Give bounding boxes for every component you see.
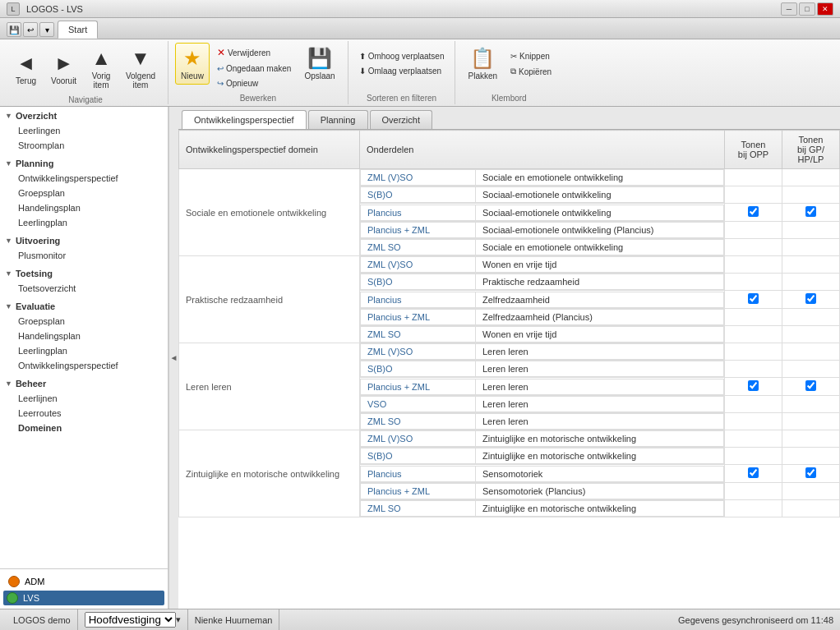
opp-checkbox[interactable] <box>748 293 759 304</box>
checkbox-gp[interactable] <box>782 326 840 343</box>
onderdeel-link[interactable]: ZML (V)SO <box>367 172 413 182</box>
checkbox-opp[interactable] <box>725 309 782 326</box>
sidebar-item-groepsplan[interactable]: Groepsplan <box>0 186 168 200</box>
checkbox-gp[interactable] <box>782 239 840 256</box>
checkbox-opp[interactable] <box>725 378 782 396</box>
sidebar-header-overzicht[interactable]: ▼ Overzicht <box>0 108 168 123</box>
checkbox-gp[interactable] <box>782 309 840 326</box>
sidebar-item-handelingsplan[interactable]: Handelingsplan <box>0 200 168 215</box>
checkbox-opp[interactable] <box>725 465 782 483</box>
checkbox-gp[interactable] <box>782 483 840 500</box>
tab-planning[interactable]: Planning <box>308 110 368 129</box>
checkbox-gp[interactable] <box>782 291 840 309</box>
onderdeel-link[interactable]: S(B)O <box>367 451 393 461</box>
tab-overzicht[interactable]: Overzicht <box>370 110 432 129</box>
close-button[interactable]: ✕ <box>817 2 833 16</box>
sidebar-header-beheer[interactable]: ▼ Beheer <box>0 376 168 391</box>
opp-checkbox[interactable] <box>748 206 759 217</box>
onderdeel-link[interactable]: S(B)O <box>367 364 393 374</box>
onderdeel-link[interactable]: Plancius <box>367 208 402 218</box>
onderdeel-link[interactable]: Plancius + ZML <box>367 312 430 322</box>
checkbox-opp[interactable] <box>725 239 782 256</box>
checkbox-gp[interactable] <box>782 500 840 517</box>
checkbox-gp[interactable] <box>782 396 840 413</box>
move-down-button[interactable]: ⬇ Omlaag verplaatsen <box>355 64 449 78</box>
checkbox-opp[interactable] <box>725 256 782 274</box>
checkbox-gp[interactable] <box>782 274 840 291</box>
checkbox-gp[interactable] <box>782 169 840 186</box>
sidebar-collapse-button[interactable]: ◄ <box>168 107 178 609</box>
copy-button[interactable]: ⧉ Kopiëren <box>506 64 556 79</box>
sidebar-item-eval-opp[interactable]: Ontwikkelingsperspectief <box>0 358 168 373</box>
sidebar-item-stroomplan[interactable]: Stroomplan <box>0 138 168 153</box>
onderdeel-link[interactable]: ZML (V)SO <box>367 434 413 444</box>
onderdeel-link[interactable]: Plancius <box>367 295 402 305</box>
checkbox-gp[interactable] <box>782 465 840 483</box>
gp-checkbox[interactable] <box>805 467 816 478</box>
checkbox-gp[interactable] <box>782 186 840 204</box>
gp-checkbox[interactable] <box>805 206 816 217</box>
checkbox-opp[interactable] <box>725 222 782 239</box>
onderdeel-link[interactable]: ZML SO <box>367 242 401 252</box>
checkbox-opp[interactable] <box>725 274 782 291</box>
quick-undo-button[interactable]: ↩ <box>23 22 38 37</box>
undo-button[interactable]: ↩ Ongedaan maken <box>213 62 296 76</box>
onderdeel-link[interactable]: S(B)O <box>367 190 393 200</box>
user-lvs[interactable]: LVS <box>3 591 164 605</box>
sidebar-item-eval-leerlingplan[interactable]: Leerlingplan <box>0 343 168 358</box>
checkbox-gp[interactable] <box>782 343 840 361</box>
sidebar-header-evaluatie[interactable]: ▼ Evaluatie <box>0 299 168 314</box>
back-button[interactable]: ◄ Terug <box>10 48 42 90</box>
prev-item-button[interactable]: ▲ Vorig item <box>85 43 117 94</box>
onderdeel-link[interactable]: Plancius <box>367 469 402 479</box>
new-button[interactable]: ★ Nieuw <box>175 43 210 85</box>
sidebar-item-leerroutes[interactable]: Leerroutes <box>0 406 168 421</box>
onderdeel-link[interactable]: ZML SO <box>367 416 401 426</box>
tab-ontwikkelingsperspectief[interactable]: Ontwikkelingsperspectief <box>182 110 307 129</box>
save-button[interactable]: 💾 Opslaan <box>298 43 340 85</box>
gp-checkbox[interactable] <box>805 293 816 304</box>
onderdeel-link[interactable]: VSO <box>367 399 386 409</box>
checkbox-opp[interactable] <box>725 500 782 517</box>
checkbox-gp[interactable] <box>782 378 840 396</box>
sidebar-item-leerlingplan[interactable]: Leerlingplan <box>0 215 168 230</box>
sidebar-item-leerlingen[interactable]: Leerlingen <box>0 123 168 138</box>
minimize-button[interactable]: ─ <box>781 2 797 16</box>
onderdeel-link[interactable]: ZML SO <box>367 504 401 513</box>
checkbox-opp[interactable] <box>725 413 782 430</box>
checkbox-opp[interactable] <box>725 204 782 222</box>
user-adm[interactable]: ADM <box>3 573 164 591</box>
onderdeel-link[interactable]: Plancius + ZML <box>367 225 430 235</box>
onderdeel-link[interactable]: S(B)O <box>367 277 393 287</box>
quick-save-button[interactable]: 💾 <box>7 22 21 37</box>
checkbox-gp[interactable] <box>782 204 840 222</box>
onderdeel-link[interactable]: ZML (V)SO <box>367 260 413 269</box>
gp-checkbox[interactable] <box>805 380 816 391</box>
sidebar-item-eval-groepsplan[interactable]: Groepsplan <box>0 314 168 329</box>
checkbox-opp[interactable] <box>725 483 782 500</box>
checkbox-opp[interactable] <box>725 396 782 413</box>
forward-button[interactable]: ► Vooruit <box>45 48 82 90</box>
redo-button[interactable]: ↪ Opnieuw <box>213 76 296 90</box>
checkbox-gp[interactable] <box>782 413 840 430</box>
sidebar-item-eval-handelingsplan[interactable]: Handelingsplan <box>0 329 168 343</box>
checkbox-opp[interactable] <box>725 186 782 204</box>
checkbox-opp[interactable] <box>725 361 782 378</box>
quick-dropdown-button[interactable]: ▾ <box>39 22 54 37</box>
checkbox-gp[interactable] <box>782 256 840 274</box>
checkbox-gp[interactable] <box>782 222 840 239</box>
sidebar-header-planning[interactable]: ▼ Planning <box>0 156 168 171</box>
checkbox-opp[interactable] <box>725 430 782 448</box>
delete-button[interactable]: ✕ Verwijderen <box>213 44 296 61</box>
sidebar-header-uitvoering[interactable]: ▼ Uitvoering <box>0 233 168 248</box>
onderdeel-link[interactable]: Plancius + ZML <box>367 486 430 496</box>
sidebar-item-plusmonitor[interactable]: Plusmonitor <box>0 248 168 263</box>
tab-start[interactable]: Start <box>58 21 98 39</box>
checkbox-opp[interactable] <box>725 169 782 186</box>
cut-button[interactable]: ✂ Knippen <box>506 49 556 63</box>
paste-button[interactable]: 📋 Plakken <box>462 43 503 85</box>
location-select[interactable]: Hoofdvestiging <box>85 612 176 628</box>
sidebar-header-toetsing[interactable]: ▼ Toetsing <box>0 266 168 281</box>
checkbox-opp[interactable] <box>725 343 782 361</box>
onderdeel-link[interactable]: ZML (V)SO <box>367 347 413 356</box>
